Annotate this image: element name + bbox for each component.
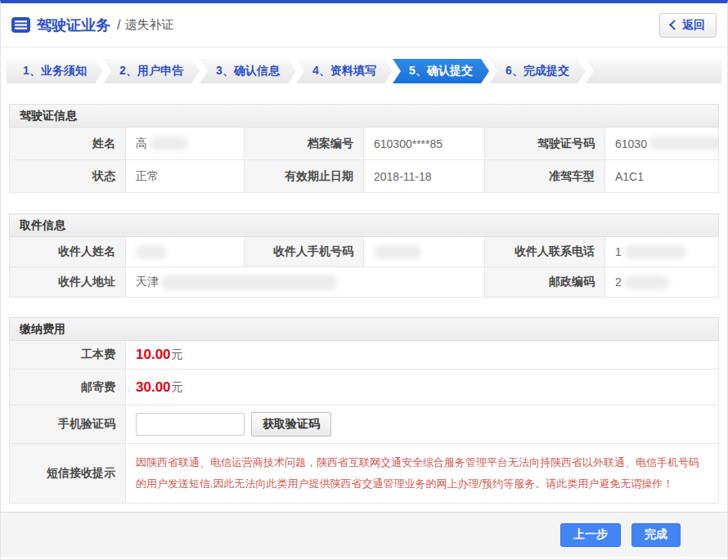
recipient-address-label: 收件人地址 bbox=[10, 267, 126, 298]
recipient-name-label: 收件人姓名 bbox=[10, 237, 126, 267]
production-fee-label: 工本费 bbox=[10, 341, 126, 370]
footer-bar: 上一步 完成 bbox=[1, 512, 727, 557]
status-label: 状态 bbox=[10, 160, 126, 193]
postal-code-value: 2 bbox=[605, 267, 719, 298]
recipient-mobile-label: 收件人手机号码 bbox=[245, 237, 364, 267]
step-3-confirm-info[interactable]: 3、确认信息 bbox=[200, 59, 296, 83]
redacted-license-no-blur bbox=[649, 137, 719, 150]
license-no-label: 驾驶证号码 bbox=[485, 128, 605, 160]
breadcrumb-separator: / bbox=[117, 18, 120, 33]
recipient-name-value bbox=[126, 237, 245, 267]
production-fee-amount: 10.00 bbox=[136, 347, 171, 363]
step-bar-filler bbox=[586, 59, 721, 83]
license-info-title: 驾驶证信息 bbox=[9, 104, 719, 128]
breadcrumb-subtitle: 遗失补证 bbox=[124, 17, 173, 33]
license-no-value-text: 61030 bbox=[615, 137, 647, 150]
redacted-postal-code-blur bbox=[624, 276, 669, 289]
mailing-fee-amount: 30.00 bbox=[136, 379, 171, 396]
page-header: 驾驶证业务 / 遗失补证 返回 bbox=[1, 3, 727, 47]
sms-notice-label: 短信接收提示 bbox=[10, 444, 126, 504]
production-fee-unit: 元 bbox=[172, 347, 183, 362]
back-button[interactable]: 返回 bbox=[659, 13, 717, 38]
sms-code-row: 获取验证码 bbox=[126, 405, 719, 444]
vehicle-class-label: 准驾车型 bbox=[485, 160, 605, 193]
step-1-business-notice[interactable]: 1、业务须知 bbox=[7, 59, 103, 83]
sms-code-input[interactable] bbox=[136, 413, 245, 436]
postal-code-label: 邮政编码 bbox=[485, 267, 605, 298]
redacted-recipient-mobile-blur bbox=[374, 245, 421, 259]
sms-notice-text: 因陕西省联通、电信运营商技术问题，陕西省互联网交通安全综合服务管理平台无法向持陕… bbox=[136, 452, 718, 495]
recipient-mobile-value bbox=[364, 237, 485, 267]
license-service-page: 驾驶证业务 / 遗失补证 返回 1、业务须知 2、用户申告 3、确认信息 4、资… bbox=[0, 0, 728, 560]
page-title: 驾驶证业务 bbox=[37, 16, 110, 35]
finish-button[interactable]: 完成 bbox=[631, 523, 681, 547]
step-wizard: 1、业务须知 2、用户申告 3、确认信息 4、资料填写 5、确认提交 6、完成提… bbox=[7, 59, 721, 83]
redacted-recipient-phone-blur bbox=[624, 245, 686, 259]
fees-table: 工本费 10.00 元 邮寄费 30.00 元 手机验证码 获取验证码 短信接收… bbox=[9, 341, 719, 504]
redacted-recipient-address-blur bbox=[161, 275, 337, 290]
expiry-value: 2018-11-18 bbox=[364, 160, 485, 193]
license-info-section: 驾驶证信息 姓名 高 档案编号 610300****85 驾驶证号码 61030… bbox=[9, 104, 719, 193]
sms-code-label: 手机验证码 bbox=[10, 405, 126, 444]
name-label: 姓名 bbox=[10, 128, 126, 160]
production-fee-value: 10.00 元 bbox=[126, 341, 719, 370]
recipient-phone-label: 收件人联系电话 bbox=[485, 237, 605, 267]
back-button-label: 返回 bbox=[682, 18, 705, 33]
redacted-recipient-name-blur bbox=[136, 245, 167, 259]
file-no-label: 档案编号 bbox=[245, 128, 364, 160]
status-value: 正常 bbox=[126, 160, 245, 193]
fees-section: 缴纳费用 工本费 10.00 元 邮寄费 30.00 元 手机验证码 获取验证码… bbox=[9, 317, 719, 504]
get-sms-code-button[interactable]: 获取验证码 bbox=[251, 412, 331, 437]
vehicle-class-value: A1C1 bbox=[605, 160, 719, 193]
mailing-fee-unit: 元 bbox=[172, 380, 183, 395]
license-no-value: 61030 bbox=[605, 128, 719, 160]
recipient-phone-text: 1 bbox=[615, 245, 622, 258]
recipient-address-value: 天津 bbox=[126, 267, 485, 298]
back-chevron-icon bbox=[669, 20, 680, 30]
postal-code-text: 2 bbox=[615, 276, 622, 289]
pickup-info-title: 取件信息 bbox=[9, 213, 719, 237]
mailing-fee-value: 30.00 元 bbox=[126, 370, 719, 405]
recipient-phone-value: 1 bbox=[605, 237, 719, 267]
step-5-confirm-submit[interactable]: 5、确认提交 bbox=[393, 59, 489, 83]
pickup-info-table: 收件人姓名 收件人手机号码 收件人联系电话 1 收件人地址 天津 邮政编码 bbox=[9, 237, 719, 298]
license-info-table: 姓名 高 档案编号 610300****85 驾驶证号码 61030 状态 正常… bbox=[9, 128, 719, 193]
redacted-name-blur bbox=[150, 137, 189, 150]
business-list-icon bbox=[11, 17, 30, 33]
step-4-fill-material[interactable]: 4、资料填写 bbox=[296, 59, 393, 83]
previous-step-button[interactable]: 上一步 bbox=[560, 523, 621, 547]
file-no-value: 610300****85 bbox=[364, 128, 485, 160]
mailing-fee-label: 邮寄费 bbox=[10, 370, 126, 405]
name-value: 高 bbox=[126, 128, 245, 160]
fees-title: 缴纳费用 bbox=[9, 317, 719, 341]
step-6-complete-submit[interactable]: 6、完成提交 bbox=[489, 59, 586, 83]
pickup-info-section: 取件信息 收件人姓名 收件人手机号码 收件人联系电话 1 收件人地址 天津 bbox=[9, 213, 719, 298]
step-2-user-declaration[interactable]: 2、用户申告 bbox=[103, 59, 200, 83]
recipient-address-text: 天津 bbox=[136, 275, 159, 289]
sms-notice-value: 因陕西省联通、电信运营商技术问题，陕西省互联网交通安全综合服务管理平台无法向持陕… bbox=[126, 444, 719, 504]
name-value-text: 高 bbox=[136, 137, 147, 151]
expiry-label: 有效期止日期 bbox=[245, 160, 364, 193]
